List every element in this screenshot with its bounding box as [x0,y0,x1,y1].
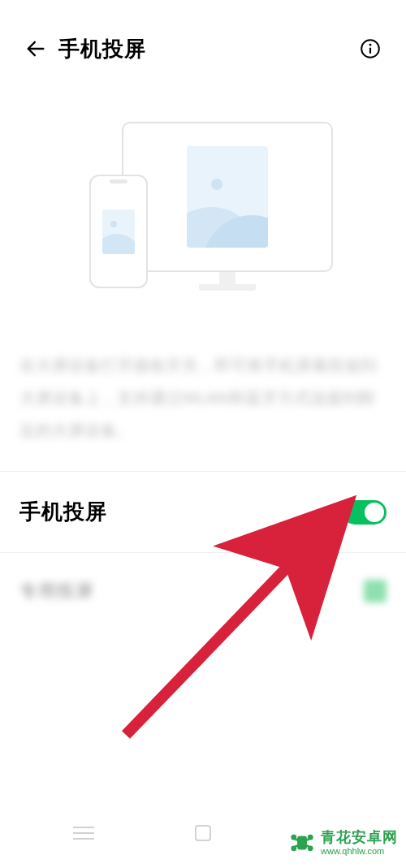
check-icon[interactable] [364,580,387,602]
description-text: 在大屏设备打开接收开关，即可将手机屏幕投放到大屏设备上，支持通过WLAN和蓝牙方… [0,325,406,471]
info-button[interactable] [354,32,387,65]
back-button[interactable] [19,32,52,65]
svg-point-12 [303,833,305,836]
setting-label: 手机投屏 [19,498,107,526]
svg-point-1 [369,44,372,46]
arrow-left-icon [24,37,47,60]
info-icon [360,38,381,59]
recents-button[interactable] [71,821,96,845]
watermark: 青花安卓网 www.qhhlw.com [288,829,398,857]
home-button[interactable] [191,821,215,845]
phone-illustration [89,175,148,288]
watermark-url: www.qhhlw.com [321,846,398,856]
setting-row-secondary: 专用投屏 [0,553,406,629]
square-icon [195,825,211,841]
android-logo-icon [288,829,316,857]
setting-row-screen-mirror: 手机投屏 [0,472,406,552]
toggle-knob [365,503,384,522]
monitor-illustration [122,122,333,272]
page-title: 手机投屏 [58,35,146,63]
screen-mirror-toggle[interactable] [343,500,387,525]
watermark-title: 青花安卓网 [321,830,398,846]
menu-icon [73,827,94,840]
svg-rect-8 [297,836,307,850]
setting-label-secondary: 专用投屏 [19,579,94,603]
svg-rect-2 [369,47,371,54]
svg-rect-9 [296,839,309,841]
svg-rect-10 [296,845,309,848]
header: 手机投屏 [0,0,406,81]
illustration [0,81,406,325]
svg-point-11 [299,833,301,836]
